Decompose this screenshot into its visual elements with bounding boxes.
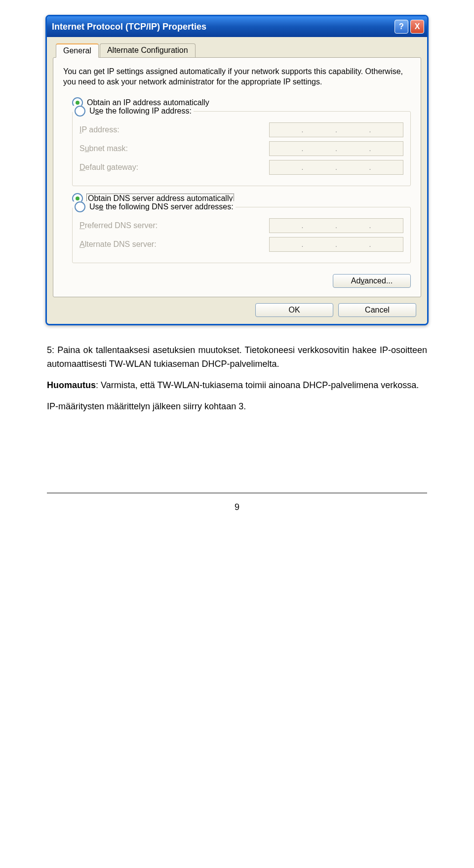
help-icon[interactable]: ? xyxy=(395,20,408,34)
tab-general[interactable]: General xyxy=(56,43,99,58)
alternate-dns-label: Alternate DNS server: xyxy=(79,240,157,249)
subnet-mask-label: Subnet mask: xyxy=(79,144,128,153)
radio-icon[interactable] xyxy=(75,201,85,212)
tab-strip: General Alternate Configuration xyxy=(56,43,421,58)
group-use-dns: Use the following DNS server addresses: … xyxy=(72,207,411,263)
cancel-button[interactable]: Cancel xyxy=(338,303,416,317)
default-gateway-input: ... xyxy=(269,160,403,175)
note-rest: : Varmista, että TW-WLAN-tukiasema toimi… xyxy=(96,380,419,390)
intro-text: You can get IP settings assigned automat… xyxy=(63,67,411,87)
tab-panel-general: You can get IP settings assigned automat… xyxy=(53,57,421,297)
ok-button[interactable]: OK xyxy=(255,303,333,317)
paragraph-3: IP-määritysten määrittelyn jälkeen siirr… xyxy=(47,399,427,414)
page-number: 9 xyxy=(30,502,444,513)
advanced-button[interactable]: Advanced... xyxy=(333,274,411,288)
subnet-mask-input: ... xyxy=(269,141,403,156)
ip-address-label: IP address: xyxy=(79,125,119,134)
preferred-dns-label: Preferred DNS server: xyxy=(79,221,158,230)
paragraph-1: 5: Paina ok tallentaaksesi asetuksien mu… xyxy=(47,343,427,372)
group-use-ip: Use the following IP address: IP address… xyxy=(72,111,411,186)
titlebar: Internet Protocol (TCP/IP) Properties ? … xyxy=(47,16,427,37)
radio-use-dns-label: Use the following DNS server addresses: xyxy=(89,202,234,211)
tcpip-properties-dialog: Internet Protocol (TCP/IP) Properties ? … xyxy=(45,15,429,325)
alternate-dns-input: ... xyxy=(269,237,403,252)
footer-rule xyxy=(47,493,427,493)
default-gateway-label: Default gateway: xyxy=(79,163,138,172)
radio-icon[interactable] xyxy=(75,106,85,117)
paragraph-2: Huomautus: Varmista, että TW-WLAN-tukias… xyxy=(47,378,427,393)
radio-use-ip-label: Use the following IP address: xyxy=(89,107,192,116)
ip-address-input: ... xyxy=(269,122,403,137)
note-label: Huomautus xyxy=(47,380,96,390)
close-icon[interactable]: X xyxy=(410,20,424,34)
preferred-dns-input: ... xyxy=(269,218,403,233)
tab-alternate[interactable]: Alternate Configuration xyxy=(100,43,196,58)
dialog-title: Internet Protocol (TCP/IP) Properties xyxy=(52,22,206,32)
document-body: 5: Paina ok tallentaaksesi asetuksien mu… xyxy=(47,343,427,414)
